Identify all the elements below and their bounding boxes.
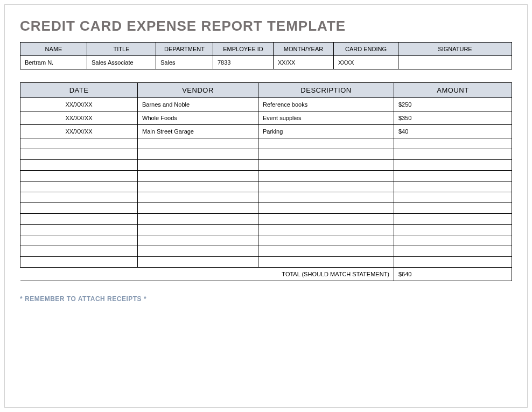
expense-cell-date[interactable] <box>20 138 138 149</box>
expense-cell-description[interactable] <box>258 246 394 257</box>
expense-cell-amount[interactable]: $350 <box>394 111 512 125</box>
expense-cell-amount[interactable] <box>394 181 512 192</box>
expense-cell-amount[interactable] <box>394 257 512 268</box>
attach-receipts-reminder: * REMEMBER TO ATTACH RECEIPTS * <box>20 295 512 303</box>
expense-cell-vendor[interactable] <box>138 181 258 192</box>
expense-cell-date[interactable] <box>20 214 138 225</box>
expense-header-vendor: VENDOR <box>138 83 258 98</box>
expense-cell-description[interactable]: Reference books <box>258 98 394 111</box>
expense-cell-description[interactable] <box>258 149 394 160</box>
expense-row <box>20 181 512 192</box>
expense-cell-vendor[interactable] <box>138 192 258 203</box>
info-value-name[interactable]: Bertram N. <box>20 56 87 69</box>
expense-cell-description[interactable] <box>258 160 394 171</box>
expense-cell-amount[interactable]: $40 <box>394 125 512 138</box>
expense-cell-amount[interactable] <box>394 149 512 160</box>
expense-cell-date[interactable]: XX/XX/XX <box>20 98 138 111</box>
info-header-name: NAME <box>20 43 87 56</box>
info-value-month-year[interactable]: XX/XX <box>274 56 334 69</box>
expense-cell-amount[interactable] <box>394 192 512 203</box>
expense-cell-date[interactable] <box>20 181 138 192</box>
expense-row <box>20 225 512 235</box>
info-value-row: Bertram N. Sales Associate Sales 7833 XX… <box>20 56 512 69</box>
expense-cell-date[interactable] <box>20 235 138 246</box>
expense-cell-description[interactable] <box>258 181 394 192</box>
expense-cell-description[interactable] <box>258 138 394 149</box>
expense-cell-vendor[interactable]: Whole Foods <box>138 111 258 125</box>
expense-cell-description[interactable] <box>258 214 394 225</box>
expense-cell-amount[interactable] <box>394 138 512 149</box>
expense-cell-description[interactable]: Parking <box>258 125 394 138</box>
expense-cell-amount[interactable] <box>394 225 512 235</box>
expense-cell-date[interactable] <box>20 160 138 171</box>
info-header-row: NAME TITLE DEPARTMENT EMPLOYEE ID MONTH/… <box>20 43 512 56</box>
expense-row <box>20 257 512 268</box>
info-header-department: DEPARTMENT <box>156 43 213 56</box>
expense-cell-amount[interactable]: $250 <box>394 98 512 111</box>
expense-cell-date[interactable] <box>20 246 138 257</box>
expense-row <box>20 192 512 203</box>
expense-cell-amount[interactable] <box>394 246 512 257</box>
info-value-signature[interactable] <box>398 56 512 69</box>
expense-row: XX/XX/XXWhole FoodsEvent supplies$350 <box>20 111 512 125</box>
expense-cell-description[interactable] <box>258 225 394 235</box>
page-container: CREDIT CARD EXPENSE REPORT TEMPLATE NAME… <box>4 4 528 408</box>
expense-cell-vendor[interactable] <box>138 203 258 214</box>
expense-total-label: TOTAL (SHOULD MATCH STATEMENT) <box>20 268 394 281</box>
expense-row <box>20 235 512 246</box>
expense-cell-vendor[interactable] <box>138 214 258 225</box>
expense-cell-date[interactable] <box>20 225 138 235</box>
employee-info-table: NAME TITLE DEPARTMENT EMPLOYEE ID MONTH/… <box>20 42 512 69</box>
expense-cell-vendor[interactable] <box>138 149 258 160</box>
expense-cell-description[interactable] <box>258 235 394 246</box>
info-header-employee-id: EMPLOYEE ID <box>213 43 274 56</box>
expense-cell-vendor[interactable]: Main Street Garage <box>138 125 258 138</box>
expense-cell-date[interactable]: XX/XX/XX <box>20 125 138 138</box>
expense-header-row: DATE VENDOR DESCRIPTION AMOUNT <box>20 83 512 98</box>
expense-cell-description[interactable] <box>258 171 394 181</box>
expense-row: XX/XX/XXMain Street GarageParking$40 <box>20 125 512 138</box>
expense-row: XX/XX/XXBarnes and NobleReference books$… <box>20 98 512 111</box>
info-value-title[interactable]: Sales Associate <box>87 56 156 69</box>
expense-cell-amount[interactable] <box>394 235 512 246</box>
info-header-title: TITLE <box>87 43 156 56</box>
expense-cell-description[interactable] <box>258 192 394 203</box>
expense-cell-vendor[interactable] <box>138 225 258 235</box>
expense-cell-vendor[interactable]: Barnes and Noble <box>138 98 258 111</box>
expense-cell-description[interactable]: Event supplies <box>258 111 394 125</box>
expense-total-amount: $640 <box>394 268 512 281</box>
info-value-department[interactable]: Sales <box>156 56 213 69</box>
info-value-card-ending[interactable]: XXXX <box>334 56 398 69</box>
expense-cell-vendor[interactable] <box>138 160 258 171</box>
expense-table: DATE VENDOR DESCRIPTION AMOUNT XX/XX/XXB… <box>20 82 512 281</box>
expense-cell-date[interactable] <box>20 257 138 268</box>
info-header-signature: SIGNATURE <box>398 43 512 56</box>
expense-header-description: DESCRIPTION <box>258 83 394 98</box>
expense-cell-vendor[interactable] <box>138 246 258 257</box>
expense-cell-amount[interactable] <box>394 171 512 181</box>
expense-cell-date[interactable]: XX/XX/XX <box>20 111 138 125</box>
expense-cell-amount[interactable] <box>394 160 512 171</box>
expense-cell-vendor[interactable] <box>138 235 258 246</box>
expense-cell-amount[interactable] <box>394 214 512 225</box>
expense-cell-amount[interactable] <box>394 203 512 214</box>
expense-cell-vendor[interactable] <box>138 138 258 149</box>
expense-row <box>20 171 512 181</box>
expense-row <box>20 203 512 214</box>
info-header-card-ending: CARD ENDING <box>334 43 398 56</box>
expense-cell-date[interactable] <box>20 203 138 214</box>
expense-header-date: DATE <box>20 83 138 98</box>
expense-row <box>20 149 512 160</box>
info-value-employee-id[interactable]: 7833 <box>213 56 274 69</box>
expense-cell-vendor[interactable] <box>138 257 258 268</box>
expense-cell-description[interactable] <box>258 257 394 268</box>
expense-cell-date[interactable] <box>20 192 138 203</box>
expense-cell-description[interactable] <box>258 203 394 214</box>
expense-cell-vendor[interactable] <box>138 171 258 181</box>
expense-row <box>20 138 512 149</box>
expense-row <box>20 160 512 171</box>
expense-cell-date[interactable] <box>20 171 138 181</box>
info-header-month-year: MONTH/YEAR <box>274 43 334 56</box>
expense-cell-date[interactable] <box>20 149 138 160</box>
expense-row <box>20 246 512 257</box>
